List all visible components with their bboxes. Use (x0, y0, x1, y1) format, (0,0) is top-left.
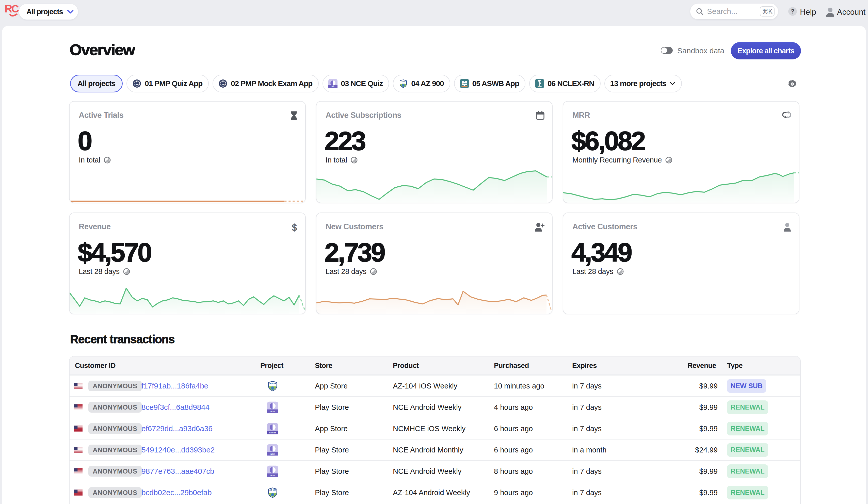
svg-text:PMP: PMP (136, 84, 138, 85)
svg-text:RC: RC (4, 3, 19, 15)
svg-text:AZ-104: AZ-104 (269, 489, 276, 491)
svg-text:NCMHCE: NCMHCE (269, 432, 276, 434)
svg-text:NCE: NCE (270, 474, 275, 476)
svg-text:PMP: PMP (222, 84, 225, 85)
svg-text:NCLEX-RN: NCLEX-RN (538, 85, 542, 87)
svg-text:AZ-900: AZ-900 (402, 81, 405, 83)
svg-text:NCE: NCE (270, 410, 275, 413)
svg-text:NCE: NCE (270, 453, 275, 455)
svg-text:NCE: NCE (332, 86, 335, 88)
svg-text:$: $ (291, 223, 297, 233)
svg-text:ASWB: ASWB (462, 83, 467, 84)
svg-text:AZ-104: AZ-104 (269, 382, 276, 384)
